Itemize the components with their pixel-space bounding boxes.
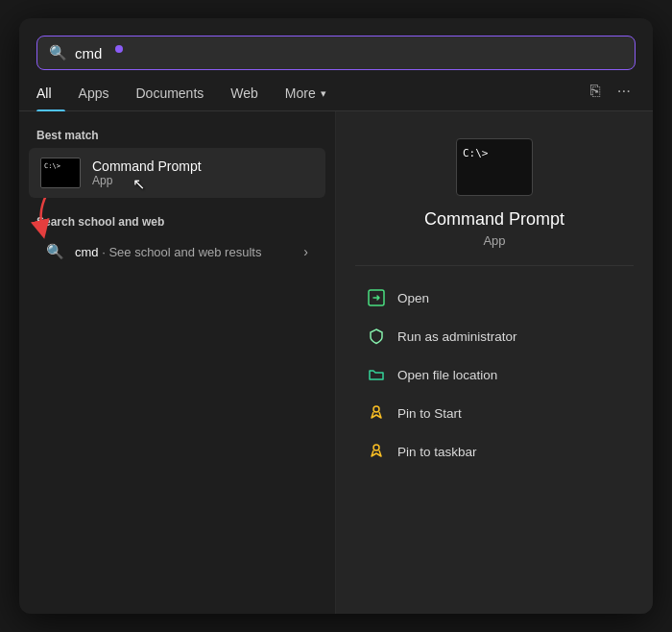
action-pin-start[interactable]: Pin to Start: [355, 395, 634, 431]
main-content: Best match Command Prompt App: [19, 111, 653, 614]
item-name: Command Prompt: [92, 158, 202, 174]
more-options-button[interactable]: ···: [612, 80, 636, 103]
left-panel: Best match Command Prompt App: [19, 111, 336, 614]
open-label: Open: [397, 291, 429, 305]
run-admin-label: Run as administrator: [397, 329, 517, 344]
tab-documents[interactable]: Documents: [122, 80, 217, 110]
action-list: Open Run as administrator: [355, 280, 634, 470]
best-match-item[interactable]: Command Prompt App ↖: [29, 148, 325, 198]
nav-tabs: All Apps Documents Web More ▾ ⎘ ···: [19, 70, 653, 111]
search-school-label: Search school and web: [19, 211, 335, 234]
svg-point-2: [373, 445, 379, 450]
tab-more[interactable]: More ▾: [272, 80, 340, 110]
item-text: Command Prompt App: [92, 158, 202, 187]
search-window: 🔍 All Apps Documents Web More ▾ ⎘ ···: [19, 18, 653, 614]
item-type: App: [92, 174, 202, 187]
search-web-icon: 🔍: [46, 243, 63, 260]
share-icon-button[interactable]: ⎘: [586, 80, 605, 103]
action-pin-taskbar[interactable]: Pin to taskbar: [355, 433, 634, 470]
app-subtitle: App: [483, 233, 505, 248]
tab-all[interactable]: All: [36, 80, 65, 110]
purple-dot-annotation: [115, 45, 123, 53]
app-icon-large: [456, 138, 533, 196]
right-panel: Command Prompt App Open: [336, 111, 653, 614]
cmd-app-icon: [40, 158, 81, 188]
open-location-label: Open file location: [397, 368, 497, 382]
web-search-item[interactable]: 🔍 cmd · See school and web results ›: [29, 234, 325, 269]
search-icon: 🔍: [49, 44, 67, 61]
search-bar[interactable]: 🔍: [36, 36, 636, 70]
folder-icon: [367, 365, 386, 384]
divider: [355, 265, 634, 266]
action-open[interactable]: Open: [355, 280, 634, 316]
pin-start-icon: [367, 403, 386, 423]
pin-start-label: Pin to Start: [397, 406, 462, 421]
action-run-admin[interactable]: Run as administrator: [355, 318, 634, 354]
chevron-right-icon: ›: [303, 244, 308, 259]
svg-point-1: [373, 406, 379, 412]
web-search-text: cmd · See school and web results: [75, 245, 261, 259]
app-title: Command Prompt: [424, 209, 564, 230]
pin-taskbar-label: Pin to taskbar: [397, 445, 477, 459]
action-open-location[interactable]: Open file location: [355, 356, 634, 393]
shield-icon: [367, 327, 386, 346]
tab-web[interactable]: Web: [217, 80, 272, 110]
search-school-section: Search school and web 🔍 cmd · See school…: [19, 211, 335, 269]
tab-apps[interactable]: Apps: [65, 80, 123, 110]
chevron-down-icon: ▾: [321, 87, 326, 100]
best-match-label: Best match: [19, 125, 335, 148]
open-icon: [367, 288, 386, 307]
search-input[interactable]: [75, 45, 623, 61]
pin-taskbar-icon: [367, 442, 386, 461]
